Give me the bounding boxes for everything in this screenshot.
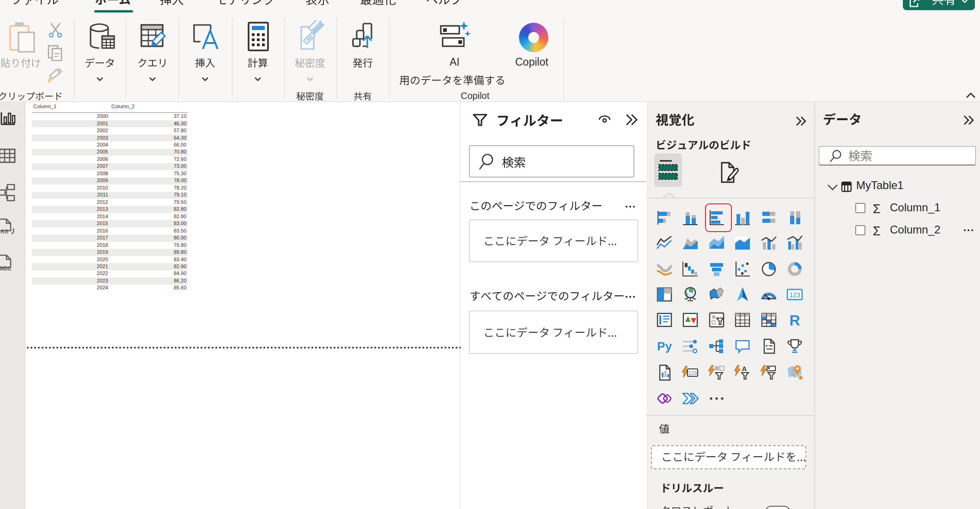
svg-text:123: 123	[789, 291, 800, 299]
svg-text:Py: Py	[657, 339, 672, 353]
svg-text:R: R	[789, 312, 800, 328]
svg-text:123: 123	[688, 370, 697, 376]
svg-text:A: A	[742, 365, 747, 373]
